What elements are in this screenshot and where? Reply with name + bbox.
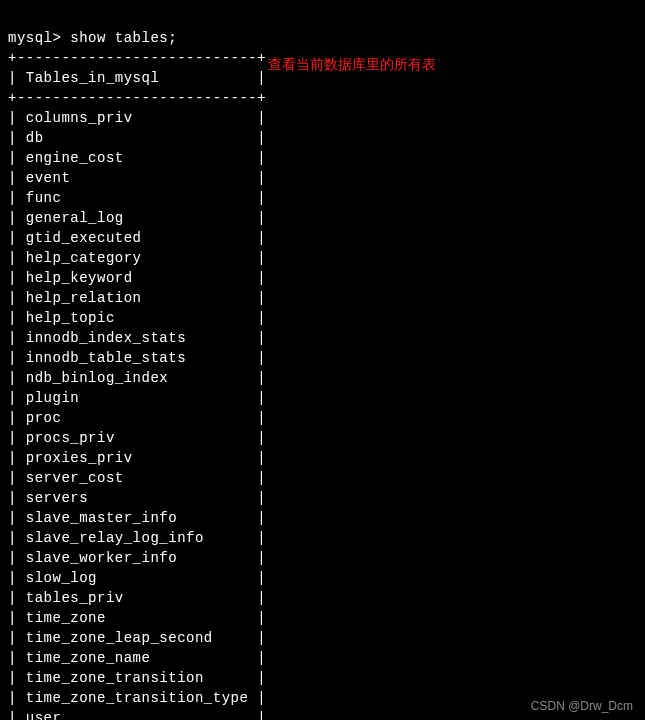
table-row: | slow_log | — [8, 570, 266, 586]
mysql-prompt: mysql> — [8, 30, 70, 46]
sql-command: show tables; — [70, 30, 177, 46]
table-row: | gtid_executed | — [8, 230, 266, 246]
table-border-top: +---------------------------+ — [8, 50, 266, 66]
table-row: | user | — [8, 710, 266, 720]
table-row: | time_zone | — [8, 610, 266, 626]
table-row: | ndb_binlog_index | — [8, 370, 266, 386]
table-row: | server_cost | — [8, 470, 266, 486]
table-border-mid: +---------------------------+ — [8, 90, 266, 106]
table-header-row: | Tables_in_mysql | — [8, 70, 266, 86]
table-row: | innodb_index_stats | — [8, 330, 266, 346]
table-row: | proc | — [8, 410, 266, 426]
table-row: | help_keyword | — [8, 270, 266, 286]
table-row: | help_relation | — [8, 290, 266, 306]
table-row: | servers | — [8, 490, 266, 506]
annotation-text: 查看当前数据库里的所有表 — [268, 54, 436, 74]
table-row: | func | — [8, 190, 266, 206]
table-row: | help_topic | — [8, 310, 266, 326]
table-row: | time_zone_name | — [8, 650, 266, 666]
table-row: | help_category | — [8, 250, 266, 266]
watermark: CSDN @Drw_Dcm — [531, 696, 633, 716]
table-row: | general_log | — [8, 210, 266, 226]
table-row: | slave_worker_info | — [8, 550, 266, 566]
mysql-terminal: mysql> show tables; +-------------------… — [8, 8, 637, 720]
table-row: | db | — [8, 130, 266, 146]
table-row: | time_zone_transition_type | — [8, 690, 266, 706]
table-row: | proxies_priv | — [8, 450, 266, 466]
table-row: | tables_priv | — [8, 590, 266, 606]
table-row: | event | — [8, 170, 266, 186]
table-row: | slave_relay_log_info | — [8, 530, 266, 546]
table-row: | time_zone_leap_second | — [8, 630, 266, 646]
table-row: | time_zone_transition | — [8, 670, 266, 686]
table-row: | plugin | — [8, 390, 266, 406]
table-row: | engine_cost | — [8, 150, 266, 166]
table-row: | procs_priv | — [8, 430, 266, 446]
table-row: | columns_priv | — [8, 110, 266, 126]
table-row: | slave_master_info | — [8, 510, 266, 526]
table-row: | innodb_table_stats | — [8, 350, 266, 366]
